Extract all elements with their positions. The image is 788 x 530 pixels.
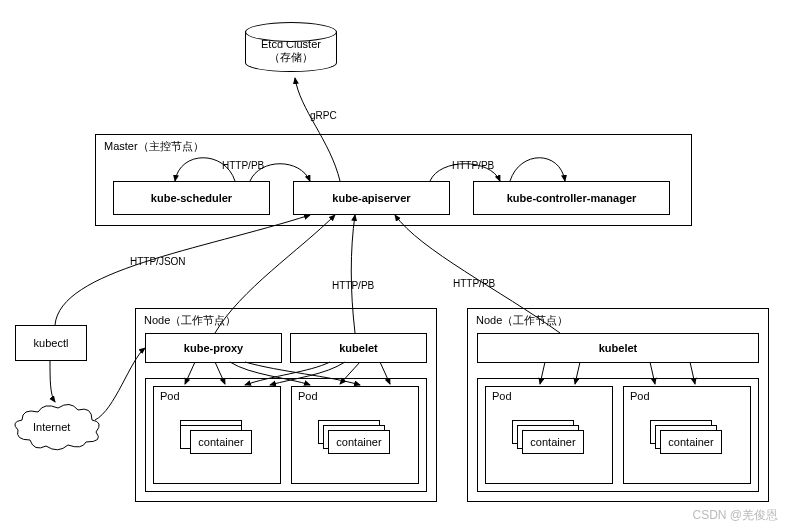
node1-kubelet-box: kubelet: [290, 333, 427, 363]
kube-proxy-label: kube-proxy: [184, 342, 243, 354]
node2-pod1-container-label: container: [530, 436, 575, 448]
kube-scheduler-box: kube-scheduler: [113, 181, 270, 215]
kube-controller-manager-label: kube-controller-manager: [507, 192, 637, 204]
node2-kubelet-label: kubelet: [599, 342, 638, 354]
kube-apiserver-label: kube-apiserver: [332, 192, 410, 204]
master-title: Master（主控节点）: [104, 139, 204, 154]
node1-pod1-container-label: container: [198, 436, 243, 448]
node2-pod2-container-label: container: [668, 436, 713, 448]
node1-kubelet-label: kubelet: [339, 342, 378, 354]
edge-httppb-3: HTTP/PB: [332, 280, 374, 291]
watermark: CSDN @羌俊恩: [692, 507, 778, 524]
kube-apiserver-box: kube-apiserver: [293, 181, 450, 215]
kubectl-label: kubectl: [34, 337, 69, 349]
node1-title: Node（工作节点）: [144, 313, 236, 328]
etcd-label-2: （存储）: [269, 51, 313, 64]
kube-controller-manager-box: kube-controller-manager: [473, 181, 670, 215]
edge-httpjson: HTTP/JSON: [130, 256, 186, 267]
node2-pod2-label: Pod: [630, 390, 650, 402]
internet-label: Internet: [33, 421, 70, 433]
node2-kubelet-box: kubelet: [477, 333, 759, 363]
edge-grpc: gRPC: [310, 110, 337, 121]
etcd-cluster: Etcd Cluster （存储）: [245, 22, 337, 72]
kube-scheduler-label: kube-scheduler: [151, 192, 232, 204]
edge-httppb-1: HTTP/PB: [222, 160, 264, 171]
node2-pod1-label: Pod: [492, 390, 512, 402]
kubectl-box: kubectl: [15, 325, 87, 361]
node1-pod1-label: Pod: [160, 390, 180, 402]
node2-title: Node（工作节点）: [476, 313, 568, 328]
node1-pod2-label: Pod: [298, 390, 318, 402]
node1-pod2-container-label: container: [336, 436, 381, 448]
kube-proxy-box: kube-proxy: [145, 333, 282, 363]
edge-httppb-4: HTTP/PB: [453, 278, 495, 289]
edge-httppb-2: HTTP/PB: [452, 160, 494, 171]
